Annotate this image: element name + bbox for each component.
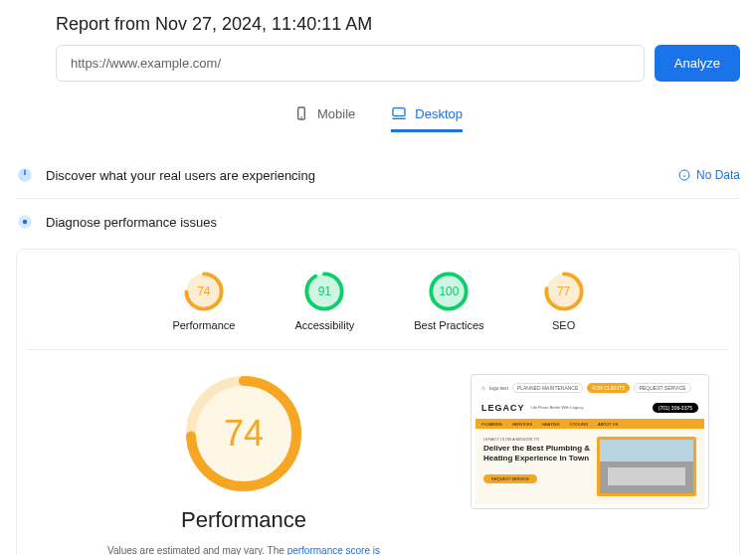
performance-title: Performance: [181, 507, 306, 533]
discover-section: Discover what your real users are experi…: [16, 152, 740, 199]
score-accessibility[interactable]: 91 Accessibility: [294, 272, 354, 331]
report-title: Report from Nov 27, 2024, 11:40:11 AM: [56, 14, 740, 35]
svg-rect-2: [393, 108, 405, 116]
info-icon: [678, 169, 690, 181]
performance-score: 74: [184, 374, 303, 493]
no-data-text: No Data: [696, 168, 740, 182]
device-tabs: Mobile Desktop: [16, 99, 740, 132]
gauge: 77: [544, 272, 584, 311]
url-row: Analyze: [56, 45, 740, 82]
section-title: Diagnose performance issues: [46, 215, 217, 230]
tab-label: Desktop: [415, 106, 463, 121]
analyze-button[interactable]: Analyze: [655, 45, 740, 82]
desktop-icon: [391, 105, 407, 121]
page-screenshot: ◇logo text PLANNED MAINTENANCE FOR CLIEN…: [471, 374, 709, 509]
performance-gauge-large: 74: [184, 374, 303, 493]
performance-description: Values are estimated and may vary. The p…: [94, 543, 393, 555]
detail-row: 74 Performance Values are estimated and …: [27, 350, 729, 555]
score-row: 74 Performance 91 Accessibility 100: [27, 264, 729, 350]
score-performance[interactable]: 74 Performance: [172, 272, 235, 331]
section-title: Discover what your real users are experi…: [46, 168, 315, 183]
target-icon: [16, 213, 34, 231]
mobile-icon: [293, 105, 309, 121]
svg-point-9: [23, 220, 28, 225]
gauge: 91: [304, 272, 344, 311]
score-seo[interactable]: 77 SEO: [544, 272, 584, 331]
tab-mobile[interactable]: Mobile: [293, 99, 355, 132]
gauge: 100: [429, 272, 469, 311]
tab-label: Mobile: [317, 106, 355, 121]
score-best-practices[interactable]: 100 Best Practices: [414, 272, 483, 331]
tab-desktop[interactable]: Desktop: [391, 99, 463, 132]
performance-block: 74 Performance Values are estimated and …: [47, 374, 441, 555]
no-data-link[interactable]: No Data: [678, 168, 740, 182]
diagnose-panel: 74 Performance 91 Accessibility 100: [16, 249, 740, 555]
gauge-icon: [16, 166, 34, 184]
diagnose-section: Diagnose performance issues: [16, 199, 740, 245]
url-input[interactable]: [56, 45, 645, 82]
gauge: 74: [184, 272, 224, 311]
